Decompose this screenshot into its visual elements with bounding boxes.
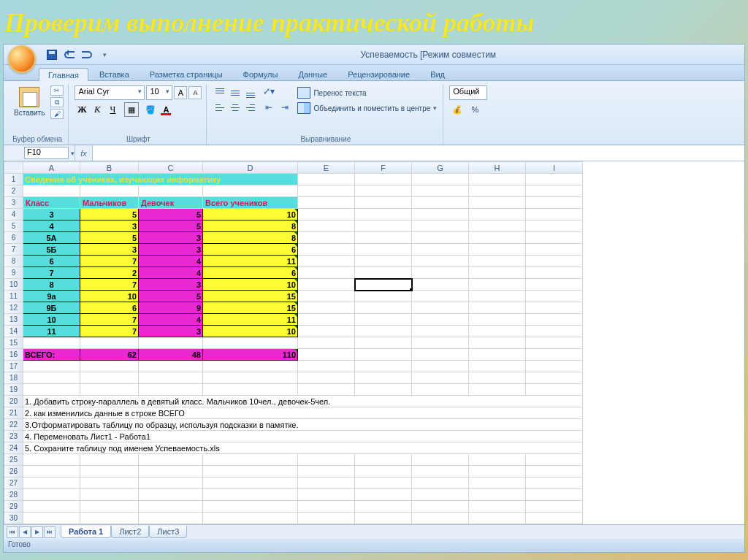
cell[interactable] [469, 361, 526, 372]
shrink-font-button[interactable]: A [188, 86, 202, 99]
cell[interactable] [526, 513, 583, 524]
tab-nav-next[interactable]: ▶ [31, 526, 43, 538]
cell[interactable] [526, 232, 583, 244]
totals-total[interactable]: 110 [203, 349, 298, 361]
cell[interactable] [469, 209, 526, 220]
cell-girls[interactable]: 5 [139, 220, 203, 232]
instruction-cell[interactable]: 1. Добавить строку-параллель в девятый к… [23, 396, 583, 407]
cell[interactable] [80, 361, 139, 372]
cell[interactable] [412, 477, 469, 489]
cell[interactable] [526, 501, 583, 513]
row-header[interactable]: 10 [4, 279, 23, 291]
sheet-tab[interactable]: Работа 1 [61, 526, 111, 538]
font-name-select[interactable]: Arial Cyr [75, 85, 145, 100]
cell[interactable] [23, 466, 80, 477]
cell-total[interactable]: 6 [203, 267, 298, 279]
cell[interactable] [298, 384, 355, 396]
cell[interactable] [526, 197, 583, 209]
cell[interactable] [412, 291, 469, 302]
cell[interactable] [469, 513, 526, 524]
cell[interactable] [298, 267, 355, 279]
cell[interactable] [80, 384, 139, 396]
percent-button[interactable]: % [467, 102, 483, 117]
cell-boys[interactable]: 7 [80, 279, 139, 291]
cell[interactable] [355, 513, 412, 524]
cell-class[interactable]: 5А [23, 232, 80, 244]
cell[interactable] [469, 244, 526, 256]
cell-total[interactable]: 15 [203, 302, 298, 314]
cell-total[interactable]: 11 [203, 256, 298, 267]
cell[interactable] [526, 326, 583, 337]
row-header[interactable]: 9 [4, 267, 23, 279]
cell[interactable] [203, 337, 298, 349]
cell[interactable] [139, 361, 203, 372]
cell[interactable] [469, 372, 526, 384]
cell[interactable] [23, 489, 80, 501]
tab-data[interactable]: Данные [289, 67, 337, 80]
cell[interactable] [298, 501, 355, 513]
cell[interactable] [139, 372, 203, 384]
cell[interactable] [412, 232, 469, 244]
cell[interactable] [412, 466, 469, 477]
row-header[interactable]: 6 [4, 232, 23, 244]
row-header[interactable]: 22 [4, 419, 23, 431]
cell-girls[interactable]: 5 [139, 291, 203, 302]
tab-formulas[interactable]: Формулы [234, 67, 288, 80]
align-middle[interactable] [228, 85, 243, 100]
select-all-corner[interactable] [4, 162, 23, 174]
cell[interactable] [298, 326, 355, 337]
cell[interactable] [469, 501, 526, 513]
cell[interactable] [355, 209, 412, 220]
cell[interactable] [412, 501, 469, 513]
fx-label[interactable]: fx [75, 145, 93, 161]
cell-class[interactable]: 10 [23, 314, 80, 326]
sheet-tab[interactable]: Лист3 [149, 526, 187, 538]
cell-class[interactable]: 4 [23, 220, 80, 232]
cell[interactable] [298, 197, 355, 209]
underline-button[interactable]: Ч [105, 102, 120, 117]
tab-nav-prev[interactable]: ◀ [19, 526, 31, 538]
cell[interactable] [412, 337, 469, 349]
cell-boys[interactable]: 7 [80, 314, 139, 326]
tab-insert[interactable]: Вставка [90, 67, 139, 80]
copy-button[interactable]: ⧉ [50, 97, 64, 107]
col-header[interactable]: D [203, 162, 298, 174]
col-header[interactable]: I [526, 162, 583, 174]
cell[interactable] [23, 454, 80, 466]
cell[interactable] [298, 209, 355, 220]
cell[interactable] [469, 291, 526, 302]
cell[interactable] [469, 267, 526, 279]
cell[interactable] [355, 384, 412, 396]
row-header[interactable]: 8 [4, 256, 23, 267]
cell[interactable] [469, 174, 526, 185]
cell[interactable] [355, 349, 412, 361]
cell[interactable] [355, 232, 412, 244]
cell-girls[interactable]: 9 [139, 302, 203, 314]
cell[interactable] [526, 267, 583, 279]
cell[interactable] [526, 220, 583, 232]
format-painter-button[interactable]: 🖌 [50, 109, 64, 119]
cell[interactable] [469, 279, 526, 291]
align-left[interactable] [213, 101, 227, 115]
cell[interactable] [203, 513, 298, 524]
cell-girls[interactable]: 4 [139, 256, 203, 267]
cell[interactable] [412, 302, 469, 314]
cell-class[interactable]: 6 [23, 256, 80, 267]
row-header[interactable]: 17 [4, 361, 23, 372]
cell-boys[interactable]: 10 [80, 291, 139, 302]
cell[interactable] [469, 466, 526, 477]
cell[interactable] [298, 361, 355, 372]
cell-total[interactable]: 8 [203, 232, 298, 244]
cell[interactable] [469, 384, 526, 396]
cell[interactable] [469, 489, 526, 501]
qat-customize[interactable]: ▾ [97, 47, 112, 62]
tab-home[interactable]: Главная [39, 68, 88, 81]
row-header[interactable]: 24 [4, 442, 23, 454]
row-header[interactable]: 21 [4, 407, 23, 419]
cell[interactable] [139, 185, 203, 197]
row-header[interactable]: 2 [4, 185, 23, 197]
merge-center-button[interactable]: Объединить и поместить в центре ▾ [296, 101, 438, 115]
cell[interactable] [412, 174, 469, 185]
instruction-cell[interactable]: 5. Сохраните таблицу под именем Успеваем… [23, 442, 583, 454]
cell[interactable] [469, 197, 526, 209]
